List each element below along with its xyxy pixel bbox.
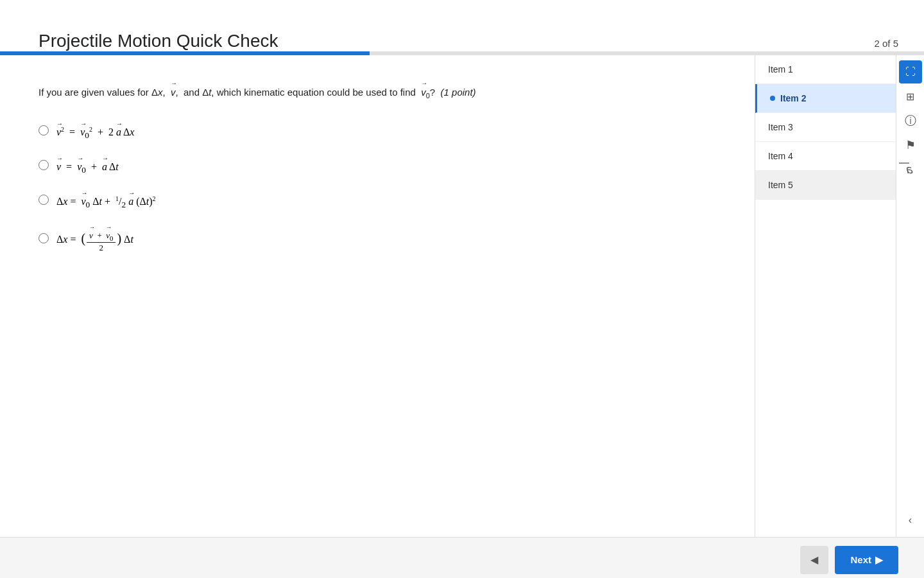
pencil-icon-btn[interactable]: a͞ bbox=[899, 158, 922, 181]
sidebar-item-5-label: Item 5 bbox=[768, 180, 793, 190]
option-3[interactable]: Δx = → v 0 Δt + 1/2 → a (Δt)2 bbox=[38, 189, 729, 210]
bottom-bar: ◀ Next ▶ bbox=[0, 537, 924, 578]
sidebar-item-3[interactable]: Item 3 bbox=[755, 113, 896, 142]
flag-icon-btn[interactable]: ⚑ bbox=[899, 134, 922, 157]
next-button[interactable]: Next ▶ bbox=[835, 546, 898, 574]
flag-icon: ⚑ bbox=[905, 138, 916, 152]
icon-panel: ⛶ ⊞ ⓘ ⚑ a͞ ‹ bbox=[896, 55, 924, 537]
option-2-label[interactable]: → v = → v 0 + → a Δt bbox=[56, 155, 119, 175]
grid-icon-btn[interactable]: ⊞ bbox=[899, 85, 922, 108]
main-layout: If you are given values for Δx, → v , an… bbox=[0, 55, 924, 537]
chevron-left-icon: ‹ bbox=[909, 514, 912, 526]
option-1-label[interactable]: → v 2 = → v 02 + 2 → a Δx bbox=[56, 120, 134, 141]
next-arrow-icon: ▶ bbox=[875, 554, 883, 566]
info-icon-btn[interactable]: ⓘ bbox=[899, 109, 922, 132]
top-bar: Projectile Motion Quick Check 2 of 5 bbox=[0, 0, 924, 51]
expand-icon-btn[interactable]: ⛶ bbox=[899, 60, 922, 83]
grid-icon: ⊞ bbox=[906, 91, 914, 103]
sidebar-item-4[interactable]: Item 4 bbox=[755, 142, 896, 171]
next-label: Next bbox=[850, 554, 871, 565]
question-text: If you are given values for Δx, → v , an… bbox=[38, 78, 729, 102]
sidebar-item-2-label: Item 2 bbox=[780, 93, 806, 103]
sidebar: Item 1 Item 2 Item 3 Item 4 Item 5 bbox=[755, 55, 896, 537]
sidebar-item-3-label: Item 3 bbox=[768, 122, 793, 132]
expand-icon: ⛶ bbox=[905, 66, 916, 78]
option-1[interactable]: → v 2 = → v 02 + 2 → a Δx bbox=[38, 120, 729, 141]
option-2[interactable]: → v = → v 0 + → a Δt bbox=[38, 155, 729, 175]
prev-button[interactable]: ◀ bbox=[800, 546, 828, 574]
pencil-icon: a͞ bbox=[907, 162, 914, 177]
radio-opt1[interactable] bbox=[38, 125, 49, 136]
question-area: If you are given values for Δx, → v , an… bbox=[0, 55, 755, 537]
sidebar-item-4-label: Item 4 bbox=[768, 151, 793, 161]
radio-opt2[interactable] bbox=[38, 160, 49, 170]
sidebar-item-1[interactable]: Item 1 bbox=[755, 55, 896, 84]
radio-opt3[interactable] bbox=[38, 195, 49, 205]
option-3-label[interactable]: Δx = → v 0 Δt + 1/2 → a (Δt)2 bbox=[56, 189, 156, 210]
active-indicator bbox=[770, 96, 775, 101]
sidebar-item-2[interactable]: Item 2 bbox=[755, 84, 896, 113]
options-list: → v 2 = → v 02 + 2 → a Δx bbox=[38, 120, 729, 253]
option-4[interactable]: Δx = ( → v + → bbox=[38, 224, 729, 253]
page-title: Projectile Motion Quick Check bbox=[38, 31, 278, 51]
info-icon: ⓘ bbox=[905, 113, 916, 128]
sidebar-item-1-label: Item 1 bbox=[768, 64, 793, 74]
sidebar-item-5[interactable]: Item 5 bbox=[755, 171, 896, 200]
radio-opt4[interactable] bbox=[38, 233, 49, 243]
prev-arrow-icon: ◀ bbox=[810, 554, 818, 566]
option-4-label[interactable]: Δx = ( → v + → bbox=[56, 224, 133, 253]
point-label: (1 point) bbox=[441, 87, 476, 98]
page-count: 2 of 5 bbox=[874, 38, 898, 51]
collapse-panel-btn[interactable]: ‹ bbox=[899, 509, 922, 532]
